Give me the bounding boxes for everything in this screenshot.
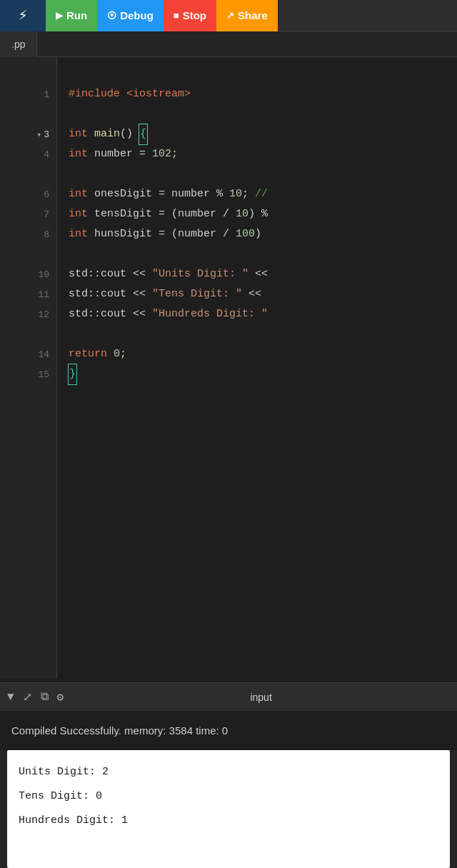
run-icon: ▶ [56,10,63,21]
stop-icon: ■ [174,10,179,21]
line-num-12: 12 [0,304,56,324]
code-line-blank4 [69,244,457,264]
share-button[interactable]: ↗ Share [216,0,278,31]
keyword-int-number: int [69,144,88,164]
line-num-blank4 [0,244,56,264]
editor-area: 1 ▾3 4 6 7 8 10 11 12 14 15 #include <io… [0,57,457,679]
code-line-blank1 [69,64,457,84]
include-directive: #include [69,84,120,104]
open-brace: { [139,124,147,144]
toolbar: ⚡ ▶ Run ⦿ Debug ■ Stop ↗ Share [0,0,457,31]
debug-button[interactable]: ⦿ Debug [97,0,164,31]
line-num-blank2 [0,104,56,124]
line-num-7: 7 [0,204,56,224]
line-num-blank5 [0,324,56,344]
code-line-15: } [69,364,457,384]
line-num-3: ▾3 [0,124,56,144]
num-102: 102 [152,144,171,164]
code-line-blank2 [69,104,457,124]
line-num-blank3 [0,164,56,184]
share-icon: ↗ [226,10,234,21]
include-header: <iostream> [126,84,191,104]
output-line-1: Units Digit: 2 [19,760,438,784]
collapse-arrow: ▾ [37,130,42,139]
panel-expand-icon[interactable]: ⤢ [23,690,32,704]
code-line-4: int number = 102 ; [69,144,457,164]
code-line-14: return 0 ; [69,344,457,364]
output-box: Units Digit: 2 Tens Digit: 0 Hundreds Di… [7,750,450,868]
line-num-1: 1 [0,84,56,104]
code-line-7: int tensDigit = (number / 10 ) % [69,204,457,224]
logo: ⚡ [0,0,46,31]
code-content[interactable]: #include <iostream> int main () { int nu… [57,57,457,679]
line-num-6: 6 [0,184,56,204]
run-button[interactable]: ▶ Run [46,0,97,31]
output-line-2: Tens Digit: 0 [19,784,438,809]
debug-icon: ⦿ [107,10,116,21]
line-num-10: 10 [0,264,56,284]
code-line-12: std::cout << "Hundreds Digit: " [69,304,457,324]
bottom-panel: ▼ ⤢ ⧉ ⚙ input Compiled Successfully. mem… [0,682,457,868]
line-num-11: 11 [0,284,56,304]
line-num-15: 15 [0,364,56,384]
panel-toolbar: ▼ ⤢ ⧉ ⚙ input [0,682,457,711]
tab-file[interactable]: .pp [0,31,37,57]
code-line-6: int onesDigit = number % 10 ; // [69,184,457,204]
stop-button[interactable]: ■ Stop [164,0,216,31]
code-line-8: int hunsDigit = (number / 100 ) [69,224,457,244]
panel-chevron-icon[interactable]: ▼ [7,691,14,704]
line-num-blank1 [0,64,56,84]
close-brace: } [69,364,76,384]
panel-copy-icon[interactable]: ⧉ [41,690,49,704]
func-main: main [94,124,120,144]
line-num-14: 14 [0,344,56,364]
code-line-blank5 [69,324,457,344]
panel-output: Compiled Successfully. memory: 3584 time… [0,711,457,750]
code-line-3: int main () { [69,124,457,144]
compiled-status: Compiled Successfully. memory: 3584 time… [11,724,228,737]
lightning-icon: ⚡ [18,6,27,25]
code-line-10: std::cout << "Units Digit: " << [69,264,457,284]
keyword-int-main: int [69,124,88,144]
panel-title: input [250,692,271,703]
code-line-blank3 [69,164,457,184]
line-gutter: 1 ▾3 4 6 7 8 10 11 12 14 15 [0,57,57,679]
tab-bar: .pp [0,31,457,57]
line-num-4: 4 [0,144,56,164]
code-line-11: std::cout << "Tens Digit: " << [69,284,457,304]
code-line-1: #include <iostream> [69,84,457,104]
output-line-3: Hundreds Digit: 1 [19,809,438,833]
panel-gear-icon[interactable]: ⚙ [57,690,64,704]
line-num-8: 8 [0,224,56,244]
